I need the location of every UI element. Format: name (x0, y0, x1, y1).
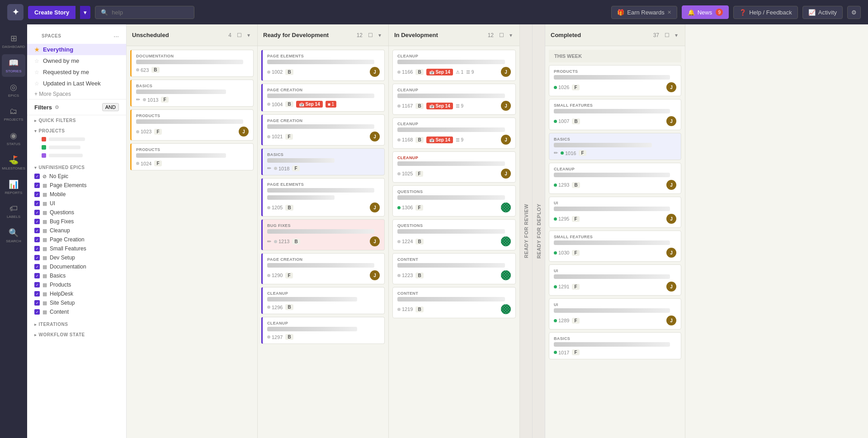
epic-no-epic[interactable]: ⊘ No Epic (34, 172, 119, 181)
epic-content[interactable]: ▦ Content (34, 307, 119, 316)
epic-checkbox-12[interactable] (34, 273, 40, 278)
epic-checkbox-8[interactable] (34, 237, 40, 242)
epic-documentation[interactable]: ▦ Documentation (34, 262, 119, 271)
and-badge[interactable]: AND (102, 103, 119, 111)
create-story-dropdown[interactable]: ▾ (80, 6, 90, 19)
space-everything[interactable]: ★ Everything (27, 44, 126, 55)
epic-checkbox-3[interactable] (34, 192, 40, 197)
project-item-2[interactable] (34, 143, 119, 151)
card-1219[interactable]: CONTENT 1219 B (392, 287, 516, 318)
sidebar-item-dashboard[interactable]: ⊞ DASHBOARD (2, 30, 25, 52)
epic-site-setup[interactable]: ▦ Site Setup (34, 298, 119, 307)
card-1002[interactable]: PAGE ELEMENTS 1002 B J (261, 50, 385, 81)
card-1004[interactable]: PAGE CREATION 1004 B 📅 Sep 14 ■ 1 (261, 84, 385, 112)
epic-products[interactable]: ▦ Products (34, 280, 119, 289)
epic-checkbox-2[interactable] (34, 183, 40, 188)
card-1024[interactable]: PRODUCTS 1024 F (130, 143, 254, 170)
filter-settings-icon[interactable]: ⚙ (55, 104, 59, 110)
epic-checkbox-16[interactable] (34, 309, 40, 315)
col-menu-unscheduled[interactable]: ▾ (245, 31, 252, 39)
card-completed-1026[interactable]: PRODUCTS 1026 F J (549, 65, 681, 96)
create-story-button[interactable]: Create Story (28, 6, 75, 19)
card-1167[interactable]: CLEANUP 1167 B 📅 Sep 14 ☰ 9 J (392, 84, 516, 115)
epic-checkbox-4[interactable] (34, 201, 40, 206)
col-menu-in-dev[interactable]: ▾ (508, 31, 514, 39)
spaces-more-icon[interactable]: ··· (113, 33, 119, 40)
epic-checkbox-6[interactable] (34, 219, 40, 224)
card-1025[interactable]: CLEANUP 1025 F J (392, 151, 516, 183)
epic-bug-fixes[interactable]: ▦ Bug Fixes (34, 217, 119, 226)
epic-dev-setup[interactable]: ▦ Dev Setup (34, 253, 119, 262)
activity-button[interactable]: 📈 Activity (802, 6, 843, 19)
space-requested-by-me[interactable]: ☆ Requested by me (27, 66, 126, 78)
epic-small-features[interactable]: ▦ Small Features (34, 244, 119, 253)
col-checkbox-completed[interactable]: ☐ (663, 31, 671, 39)
epic-questions[interactable]: ▦ Questions (34, 208, 119, 217)
project-item-1[interactable] (34, 135, 119, 143)
card-1205[interactable]: PAGE ELEMENTS 1205 B J (261, 178, 385, 217)
card-1296[interactable]: CLEANUP 1296 B (261, 287, 385, 314)
col-menu-ready-dev[interactable]: ▾ (377, 31, 383, 39)
card-1223[interactable]: CONTENT 1223 B (392, 253, 516, 284)
search-box[interactable]: 🔍 help (95, 6, 194, 19)
epic-mobile[interactable]: ▦ Mobile (34, 190, 119, 199)
epic-helpdesk[interactable]: ▦ HelpDesk (34, 289, 119, 298)
card-1306[interactable]: QUESTIONS 1306 F (392, 185, 516, 217)
card-completed-1007[interactable]: SMALL FEATURES 1007 B J (549, 99, 681, 130)
epic-basics[interactable]: ▦ Basics (34, 271, 119, 280)
card-1166[interactable]: CLEANUP 1166 B 📅 Sep 14 ⚠ 1 ☰ 9 J (392, 50, 516, 81)
iterations-toggle[interactable]: ITERATIONS (34, 322, 119, 327)
epic-checkbox-9[interactable] (34, 246, 40, 251)
epic-checkbox-15[interactable] (34, 300, 40, 306)
more-spaces-link[interactable]: + More Spaces (27, 89, 126, 99)
sidebar-item-stories[interactable]: 📖 STORIES (2, 54, 25, 77)
sidebar-item-milestones[interactable]: ⛳ MILESTONES (2, 151, 25, 174)
epic-checkbox-7[interactable] (34, 228, 40, 233)
col-checkbox-unscheduled[interactable]: ☐ (235, 31, 244, 39)
epic-checkbox[interactable] (34, 174, 40, 179)
card-1297[interactable]: CLEANUP 1297 B (261, 317, 385, 344)
col-menu-completed[interactable]: ▾ (673, 31, 679, 39)
epic-page-elements[interactable]: ▦ Page Elements (34, 181, 119, 190)
card-completed-1030[interactable]: SMALL FEATURES 1030 F J (549, 231, 681, 262)
col-checkbox-ready-dev[interactable]: ☐ (366, 31, 375, 39)
card-completed-1017[interactable]: BASICS 1017 F (549, 332, 681, 359)
card-1168[interactable]: CLEANUP 1168 B 📅 Sep 14 ☰ 9 J (392, 118, 516, 149)
epic-checkbox-10[interactable] (34, 255, 40, 260)
card-1290[interactable]: PAGE CREATION 1290 F J (261, 253, 385, 284)
card-1224[interactable]: QUESTIONS 1224 B (392, 219, 516, 250)
epic-checkbox-5[interactable] (34, 210, 40, 215)
card-completed-1289[interactable]: UI 1289 F J (549, 298, 681, 330)
card-completed-1293[interactable]: CLEANUP 1293 B J (549, 163, 681, 194)
epic-checkbox-11[interactable] (34, 264, 40, 269)
news-button[interactable]: 🔔 News 9 (682, 5, 729, 19)
epic-page-creation[interactable]: ▦ Page Creation (34, 235, 119, 244)
card-1023[interactable]: PRODUCTS 1023 F J (130, 109, 254, 141)
sidebar-item-reports[interactable]: 📊 REPORTS (2, 176, 25, 198)
sidebar-item-projects[interactable]: 🗂 PROJECTS (2, 103, 25, 125)
project-item-3[interactable] (34, 151, 119, 160)
epic-ui[interactable]: ▦ UI (34, 199, 119, 208)
app-logo[interactable]: ✦ (7, 4, 24, 20)
card-1018[interactable]: BASICS ✏ 1018 F (261, 148, 385, 175)
projects-toggle[interactable]: PROJECTS (34, 128, 119, 133)
card-completed-1016[interactable]: BASICS ✏ 1016 F (549, 133, 681, 160)
settings-button[interactable]: ⚙ (847, 6, 861, 19)
card-1021[interactable]: PAGE CREATION 1021 F J (261, 114, 385, 146)
card-1013[interactable]: BASICS ✏ 1013 F (130, 80, 254, 107)
col-checkbox-in-dev[interactable]: ☐ (497, 31, 506, 39)
card-623[interactable]: DOCUMENTATION 623 B (130, 50, 254, 77)
earn-rewards-button[interactable]: 🎁 Earn Rewards ✕ (611, 6, 677, 19)
space-updated-last-week[interactable]: ☆ Updated in Last Week (27, 78, 126, 89)
card-completed-1295[interactable]: UI 1295 F J (549, 197, 681, 228)
help-feedback-button[interactable]: ❓ Help / Feedback (733, 6, 798, 19)
epic-checkbox-13[interactable] (34, 282, 40, 287)
workflow-toggle[interactable]: WORKFLOW STATE (34, 332, 119, 337)
epic-checkbox-14[interactable] (34, 291, 40, 297)
sidebar-item-search[interactable]: 🔍 SEARCH (2, 224, 25, 247)
space-owned-by-me[interactable]: ☆ Owned by me (27, 55, 126, 66)
epics-toggle[interactable]: UNFINISHED EPICS (34, 165, 119, 170)
quick-filters-toggle[interactable]: QUICK FILTERS (34, 118, 119, 123)
sidebar-item-status[interactable]: ◉ STATUS (2, 127, 25, 150)
card-1213[interactable]: BUG FIXES ✏ 1213 B J (261, 219, 385, 250)
